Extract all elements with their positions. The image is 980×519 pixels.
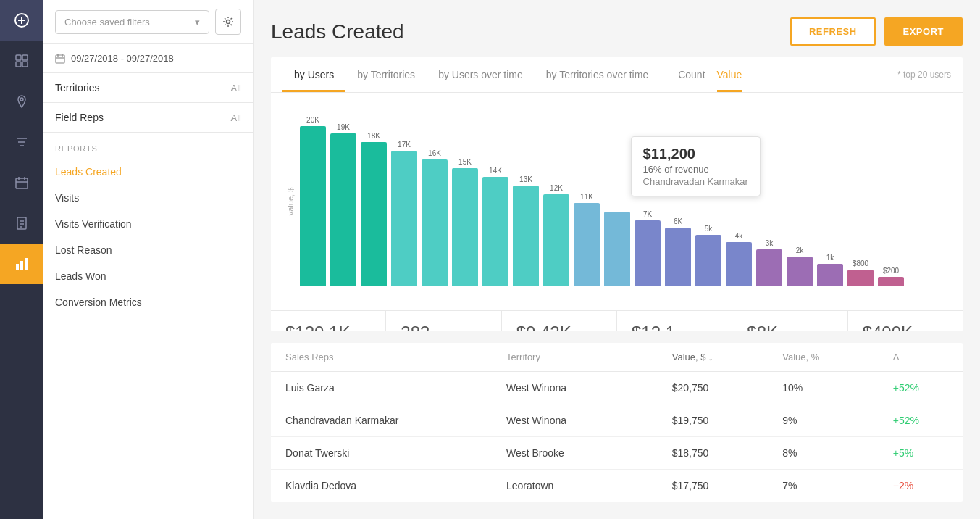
table-row-3[interactable]: Klavdia DedovaLeoratown$17,7507%−2% — [271, 470, 963, 502]
bar-group-10[interactable] — [604, 209, 630, 286]
chart-bar-icon[interactable] — [0, 244, 43, 284]
bar-group-12[interactable]: 6K — [665, 217, 691, 286]
bar-value-17: 1k — [826, 254, 834, 262]
bar-5[interactable] — [452, 168, 478, 286]
bar-11[interactable] — [635, 220, 661, 286]
report-item-leads-won[interactable]: Leads Won — [55, 263, 241, 289]
bar-group-17[interactable]: 1k — [817, 254, 843, 286]
bar-9[interactable] — [574, 203, 600, 286]
tab-by-users[interactable]: by Users — [282, 57, 345, 92]
bar-14[interactable] — [726, 242, 752, 286]
reports-label: REPORTS — [55, 144, 241, 153]
metric-value-1: 283 — [401, 323, 486, 331]
tooltip-name: Chandravadan Karmakar — [643, 176, 748, 187]
table-row-0[interactable]: Luis GarzaWest Winona$20,75010%+52% — [271, 372, 963, 404]
bar-group-8[interactable]: 12K — [543, 184, 569, 286]
settings-button[interactable] — [215, 9, 241, 35]
report-item-visits[interactable]: Visits — [55, 185, 241, 211]
bar-13[interactable] — [695, 235, 721, 286]
refresh-button[interactable]: REFRESH — [790, 17, 876, 46]
bar-group-19[interactable]: $200 — [878, 267, 904, 286]
field-reps-value: All — [231, 112, 241, 123]
metric-item-4: $8KAVG per day — [732, 311, 847, 331]
bar-8[interactable] — [543, 194, 569, 286]
metric-value-5: $400K — [863, 323, 948, 331]
document-icon[interactable] — [0, 203, 43, 244]
report-item-conversion-metrics[interactable]: Conversion Metrics — [55, 289, 241, 315]
dashboard-icon[interactable] — [0, 41, 43, 81]
svg-rect-3 — [16, 55, 21, 60]
bar-19[interactable] — [878, 277, 904, 286]
filter-icon[interactable] — [0, 122, 43, 162]
bar-15[interactable] — [756, 249, 782, 286]
field-reps-filter[interactable]: Field Reps All — [43, 103, 253, 133]
bar-0[interactable] — [300, 126, 326, 286]
bar-7[interactable] — [513, 186, 539, 286]
bar-group-16[interactable]: 2k — [787, 246, 813, 286]
svg-rect-4 — [22, 55, 28, 60]
bar-10[interactable] — [604, 212, 630, 286]
col-header-sales-reps: Sales Reps — [285, 352, 506, 362]
report-item-visits-verification[interactable]: Visits Verification — [55, 211, 241, 237]
col-header-value-dollar[interactable]: Value, $ ↓ — [672, 352, 783, 362]
cell-delta-2: +5% — [893, 447, 948, 459]
bar-group-18[interactable]: $800 — [847, 260, 874, 286]
bar-value-6: 14K — [489, 167, 502, 175]
metric-item-3: $12,1AVG per month — [617, 311, 732, 331]
bar-group-4[interactable]: 16K — [422, 149, 448, 286]
report-item-leads-created[interactable]: Leads Created — [55, 159, 241, 185]
table-row-2[interactable]: Donat TwerskiWest Brooke$18,7508%+5% — [271, 437, 963, 470]
tab-by-users-over-time[interactable]: by Users over time — [427, 57, 535, 92]
bar-group-14[interactable]: 4k — [726, 232, 752, 286]
header-actions: REFRESH EXPORT — [790, 17, 963, 46]
report-item-lost-reason[interactable]: Lost Reason — [55, 237, 241, 263]
bar-group-6[interactable]: 14K — [482, 167, 508, 286]
chart-area: value, $ 20K19K18K17K16K15K14K13K12K11K7… — [271, 93, 963, 310]
bar-group-13[interactable]: 5k — [695, 225, 721, 286]
bar-group-15[interactable]: 3k — [756, 239, 782, 286]
export-button[interactable]: EXPORT — [884, 17, 963, 46]
bar-group-7[interactable]: 13K — [513, 175, 539, 286]
bar-4[interactable] — [422, 159, 448, 286]
table-row-1[interactable]: Chandravadan KarmakarWest Winona$19,7509… — [271, 404, 963, 437]
bar-value-11: 7K — [643, 210, 652, 218]
filter-bar: Choose saved filters ▾ — [43, 0, 253, 44]
bar-group-1[interactable]: 19K — [330, 123, 356, 286]
bar-group-9[interactable]: 11K — [574, 193, 600, 286]
cell-delta-0: +52% — [893, 382, 948, 394]
icon-sidebar — [0, 0, 43, 519]
bar-17[interactable] — [817, 264, 843, 286]
bar-1[interactable] — [330, 133, 356, 286]
page-title: Leads Created — [271, 20, 404, 43]
territories-value: All — [231, 83, 241, 94]
bar-3[interactable] — [391, 151, 417, 286]
bar-group-0[interactable]: 20K — [300, 116, 326, 286]
bar-2[interactable] — [361, 142, 387, 286]
tooltip-percent: 16% of revenue — [643, 164, 748, 175]
territories-label: Territories — [55, 82, 99, 94]
bar-6[interactable] — [482, 177, 508, 286]
bar-group-5[interactable]: 15K — [452, 158, 478, 286]
tab-by-territories-over-time[interactable]: by Territories over time — [535, 57, 660, 92]
bar-group-2[interactable]: 18K — [361, 132, 387, 286]
tab-by-territories[interactable]: by Territories — [345, 57, 427, 92]
toggle-count[interactable]: Count — [678, 57, 705, 92]
bar-16[interactable] — [787, 257, 813, 286]
table-header: Sales Reps Territory Value, $ ↓ Value, %… — [271, 343, 963, 372]
bar-group-3[interactable]: 17K — [391, 141, 417, 286]
bar-18[interactable] — [847, 270, 874, 286]
toggle-value[interactable]: Value — [717, 57, 742, 92]
cell-territory-2: West Brooke — [506, 447, 672, 459]
bar-value-15: 3k — [766, 239, 774, 247]
bar-group-11[interactable]: 7K — [635, 210, 661, 286]
svg-rect-11 — [16, 178, 28, 188]
tab-divider — [666, 66, 666, 83]
filter-select[interactable]: Choose saved filters ▾ — [55, 10, 209, 34]
cell-territory-0: West Winona — [506, 382, 672, 394]
bar-12[interactable] — [665, 228, 691, 286]
bar-value-7: 13K — [519, 175, 532, 183]
location-icon[interactable] — [0, 81, 43, 122]
territories-filter[interactable]: Territories All — [43, 73, 253, 103]
calendar-icon[interactable] — [0, 162, 43, 203]
add-icon[interactable] — [0, 0, 43, 41]
